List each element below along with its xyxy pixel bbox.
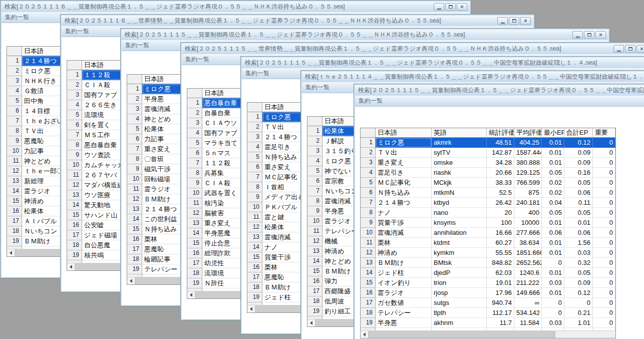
table-cell[interactable]: 0 xyxy=(593,298,615,308)
table-cell[interactable]: 0.01 xyxy=(542,158,564,168)
table-row[interactable]: 12神清めkymkm55.551851.6660.010.030 xyxy=(361,248,615,258)
table-cell[interactable]: ＭＣ記事化 xyxy=(376,178,432,188)
table-cell[interactable]: ＢＭ助け xyxy=(376,258,432,268)
table-cell[interactable]: 0.05 xyxy=(542,168,564,178)
table-row[interactable]: 18テレパシーtlpth112.17534.14200.210 xyxy=(361,308,615,318)
table-cell[interactable]: 0 xyxy=(593,288,615,298)
window-titlebar[interactable]: 検索[２０２５１１１５＿＿質量制御再現公表１．５＿＿ジェド霊界ラジオ再現０．５５… xyxy=(242,58,644,69)
table-cell[interactable]: 0.02 xyxy=(542,188,564,198)
scroll-left-button[interactable] xyxy=(67,263,75,270)
table-cell[interactable]: annihilation xyxy=(432,228,487,238)
table-cell[interactable]: ナノ xyxy=(376,208,432,218)
minimize-button[interactable] xyxy=(613,45,624,53)
column-header[interactable]: 統計評価 xyxy=(487,128,514,138)
table-cell[interactable]: 0.06 xyxy=(564,188,593,198)
table-cell[interactable]: 129.125 xyxy=(514,168,542,178)
scroll-left-button[interactable] xyxy=(307,319,315,326)
table-cell[interactable]: ktdmt xyxy=(432,238,487,248)
scrollbar-thumb[interactable] xyxy=(369,331,555,338)
table-cell[interactable]: 1240.6 xyxy=(514,268,542,278)
table-cell[interactable]: 766.599 xyxy=(514,178,542,188)
table-row[interactable]: 5ＭＣ記事化MCkjk38.33766.5990.020.050 xyxy=(361,178,615,188)
close-button[interactable]: × xyxy=(636,45,644,53)
table-cell[interactable]: ガセ数値 xyxy=(376,298,432,308)
table-cell[interactable]: 0.02 xyxy=(542,178,564,188)
table-cell[interactable]: 2652.562 xyxy=(514,258,542,268)
table-cell[interactable]: 48.51 xyxy=(487,138,514,148)
window-titlebar[interactable]: 検索[２０２５１１１６＿＿世界情勢＿＿質量制御再現公表１．５＿＿ジェド霊界ラジオ… xyxy=(62,16,533,27)
horizontal-scrollbar[interactable] xyxy=(361,330,615,338)
table-cell[interactable]: 0.11 xyxy=(564,198,593,208)
table-cell[interactable]: 1.01 xyxy=(564,318,593,328)
scroll-left-button[interactable] xyxy=(7,249,15,256)
table-cell[interactable]: 0.05 xyxy=(564,268,593,278)
scroll-left-button[interactable] xyxy=(247,305,255,312)
close-button[interactable]: × xyxy=(595,31,606,39)
table-cell[interactable]: 1851.666 xyxy=(514,248,542,258)
table-cell[interactable]: 0.12 xyxy=(564,288,593,298)
table-cell[interactable]: 0.01 xyxy=(542,218,564,228)
table-cell[interactable]: 10000 xyxy=(514,218,542,228)
table-cell[interactable]: 0.06 xyxy=(564,228,593,238)
window-titlebar[interactable]: 検索[２０２５１１１５＿＿世界情勢＿＿質量制御再現公表１．５＿＿ジェド霊界ラジオ… xyxy=(182,44,644,55)
table-cell[interactable]: MCkjk xyxy=(432,178,487,188)
table-cell[interactable]: 0 xyxy=(542,298,564,308)
table-cell[interactable]: djedP xyxy=(432,268,487,278)
maximize-button[interactable] xyxy=(445,3,456,11)
table-cell[interactable]: mtkmN xyxy=(432,188,487,198)
table-cell[interactable]: 11.584 xyxy=(514,318,542,328)
table-cell[interactable]: 0 xyxy=(542,308,564,318)
table-cell[interactable]: 0.01 xyxy=(542,268,564,278)
table-cell[interactable]: 1587.444 xyxy=(514,148,542,158)
table-cell[interactable]: 60.27 xyxy=(487,238,514,248)
table-cell[interactable]: 55.55 xyxy=(487,248,514,258)
table-cell[interactable]: 0.01 xyxy=(542,288,564,298)
table-row[interactable]: 16霊ラジオrjosp17.96149.6660.010.120 xyxy=(361,288,615,298)
table-cell[interactable]: 19.01 xyxy=(487,278,514,288)
table-cell[interactable]: rjosp xyxy=(432,288,487,298)
table-cell[interactable]: 1.56 xyxy=(564,238,593,248)
table-cell[interactable]: 0 xyxy=(564,298,593,308)
table-cell[interactable]: ktbyd xyxy=(432,198,487,208)
table-cell[interactable]: 240.181 xyxy=(514,198,542,208)
table-cell[interactable]: sutgs xyxy=(432,298,487,308)
table-row[interactable]: 1ミロク悪akmrk48.51404.250.010.120 xyxy=(361,138,615,148)
table-cell[interactable]: 0 xyxy=(593,268,615,278)
table-cell[interactable]: 26.42 xyxy=(487,198,514,208)
table-cell[interactable]: ∞ xyxy=(514,298,542,308)
table-cell[interactable]: nano xyxy=(432,208,487,218)
table-cell[interactable]: 0.12 xyxy=(564,138,593,148)
table-cell[interactable]: 霊ラジオ xyxy=(376,288,432,298)
table-cell[interactable]: ＴＶ出 xyxy=(376,148,432,158)
table-cell[interactable]: omske xyxy=(432,158,487,168)
table-cell[interactable]: 0.16 xyxy=(564,168,593,178)
table-cell[interactable]: 404.25 xyxy=(514,138,542,148)
table-row[interactable]: 19半身悪akhnm11.711.5840.031.010 xyxy=(361,318,615,328)
scrollbar-thumb[interactable] xyxy=(195,291,242,298)
table-cell[interactable]: sytTV xyxy=(432,148,487,158)
table-cell[interactable]: ジェド柱 xyxy=(376,268,432,278)
scrollbar-thumb[interactable] xyxy=(135,277,182,284)
table-cell[interactable]: 0 xyxy=(593,198,615,208)
table-cell[interactable]: 0 xyxy=(593,168,615,178)
table-cell[interactable]: knsyms xyxy=(432,218,487,228)
table-cell[interactable]: 0.32 xyxy=(564,258,593,268)
window-titlebar[interactable]: 検索[２０２５１１１５＿＿質量制御再現公表１．５＿＿ジェド霊界ラジオ再現０．５５… xyxy=(122,30,608,41)
scrollbar-thumb[interactable] xyxy=(15,249,62,256)
column-header[interactable]: 日本語 xyxy=(376,128,432,138)
minimize-button[interactable] xyxy=(572,31,583,39)
table-cell[interactable]: akmrk xyxy=(432,138,487,148)
table-cell[interactable]: 0.05 xyxy=(542,208,564,218)
table-cell[interactable]: 0 xyxy=(593,138,615,148)
table-cell[interactable]: 0 xyxy=(593,318,615,328)
table-cell[interactable]: 0 xyxy=(593,278,615,288)
table-row[interactable]: 9質量干渉knsyms100100000.010.010 xyxy=(361,218,615,228)
table-row[interactable]: 6Ｎ持ち込みmtkmN52.58750.020.060 xyxy=(361,188,615,198)
table-cell[interactable]: 52.5 xyxy=(487,188,514,198)
column-header[interactable]: 平均評価 xyxy=(514,128,542,138)
table-cell[interactable]: tlpth xyxy=(432,308,487,318)
table-cell[interactable]: 16.66 xyxy=(487,228,514,238)
window-titlebar[interactable]: 検索[ｔｈｅ２５１１１４＿＿質量制御再現公表１．５＿＿ジェド霊界ラジオ再現０．５… xyxy=(302,72,644,83)
table-cell[interactable]: 0.09 xyxy=(564,278,593,288)
table-cell[interactable]: 380.888 xyxy=(514,158,542,168)
